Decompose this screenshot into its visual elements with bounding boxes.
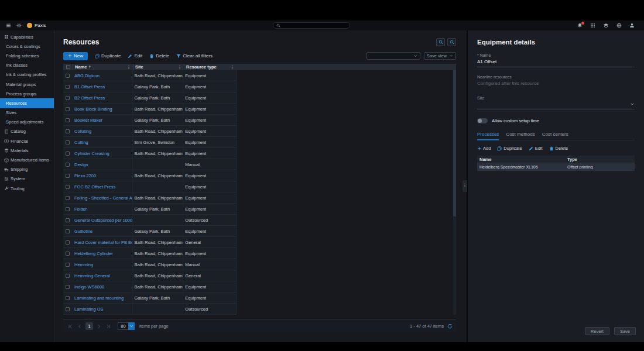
sidebar-item-shipping[interactable]: Shipping [0, 165, 54, 174]
table-row[interactable]: Cylinder CreasingBath Road, ChippenhamEq… [63, 148, 237, 159]
menu-button[interactable] [6, 23, 11, 28]
row-checkbox[interactable] [66, 285, 70, 289]
sidebar-item-system[interactable]: System [0, 174, 54, 184]
table-row[interactable]: Hemming GeneralBath Road, ChippenhamGene… [63, 270, 237, 281]
resource-name-link[interactable]: Heidelberg Cylinder [74, 251, 113, 256]
resource-name-link[interactable]: Laminating and mounting [74, 295, 124, 301]
sidebar-item-folding-schemes[interactable]: Folding schemes [0, 51, 54, 60]
search-toggle-button[interactable] [436, 38, 445, 46]
allow-custom-setup-toggle[interactable]: Allow custom setup time [477, 118, 635, 123]
page-size-chevron[interactable] [128, 322, 135, 330]
resource-name-link[interactable]: Book Block Binding [74, 106, 112, 112]
column-header-name[interactable]: Name [477, 157, 565, 162]
table-row[interactable]: General Outsourced per 1000Outsourced [63, 215, 237, 226]
column-menu-icon[interactable] [126, 65, 131, 70]
sidebar-item-resources[interactable]: Resources [0, 98, 54, 108]
name-field[interactable]: A1 Offset [477, 59, 635, 67]
resource-name-link[interactable]: ABG Digicon [74, 73, 100, 78]
resource-name-link[interactable]: Hemming General [74, 273, 110, 278]
row-checkbox[interactable] [66, 240, 70, 245]
settings-button[interactable] [16, 23, 22, 28]
sidebar-item-capabilities[interactable]: Capabilities [0, 32, 54, 42]
table-row[interactable]: CollatingBath Road, ChippenhamEquipment [63, 126, 237, 137]
edit-button[interactable]: Edit [529, 146, 543, 151]
table-row[interactable]: B2 Offset PressGalaxy Park, BathEquipmen… [63, 92, 237, 104]
column-header-site[interactable]: Site [133, 64, 184, 70]
advanced-search-button[interactable] [447, 38, 456, 46]
table-row[interactable]: Booklet MakerGalaxy Park, BathEquipment [63, 115, 237, 126]
sidebar-item-process-groups[interactable]: Process groups [0, 89, 54, 98]
next-page-button[interactable] [95, 323, 102, 330]
first-page-button[interactable] [67, 323, 74, 330]
resource-name-link[interactable]: Cylinder Creasing [74, 151, 109, 156]
view-select[interactable] [366, 52, 420, 60]
resource-name-link[interactable]: Booklet Maker [74, 118, 102, 123]
resource-name-link[interactable]: B1 Offset Press [74, 84, 105, 90]
table-row[interactable]: Hard Cover material for PB BooksBath Roa… [63, 237, 237, 248]
column-header-resource-type[interactable]: Resource type [184, 64, 237, 70]
toggle-switch[interactable] [477, 118, 488, 123]
brand[interactable]: Paxis [27, 23, 46, 28]
row-checkbox[interactable] [66, 196, 70, 200]
process-row[interactable]: Heidelberg Speedmaster XL106Offset print… [477, 163, 635, 171]
account-button[interactable] [629, 23, 635, 28]
row-checkbox[interactable] [66, 207, 70, 211]
table-row[interactable]: FOC B2 Offset PressEquipment [63, 181, 237, 192]
resource-name-link[interactable]: Collating [74, 129, 91, 134]
table-row[interactable]: B1 Offset PressGalaxy Park, BathEquipmen… [63, 81, 237, 92]
row-checkbox[interactable] [66, 85, 70, 89]
sidebar-item-tooling[interactable]: Tooling [0, 184, 54, 193]
row-checkbox[interactable] [66, 296, 70, 300]
column-header-type[interactable]: Type [565, 157, 635, 162]
resource-name-link[interactable]: B2 Offset Press [74, 95, 105, 101]
learning-button[interactable] [603, 23, 609, 29]
select-all-checkbox[interactable] [66, 65, 70, 69]
delete-button[interactable]: Delete [549, 146, 568, 151]
table-row[interactable]: Laminating OSOutsourced [63, 304, 237, 315]
sidebar-item-materials[interactable]: Materials [0, 146, 54, 155]
column-header-name[interactable]: Name [73, 64, 133, 70]
table-row[interactable]: HemmingBath Road, ChippenhamManual [63, 259, 237, 270]
global-search-input[interactable] [283, 23, 347, 27]
tab-processes[interactable]: Processes [477, 132, 499, 140]
resource-name-link[interactable]: Laminating OS [74, 307, 104, 312]
sidebar-item-financial[interactable]: Financial [0, 136, 54, 146]
save-button[interactable]: Save [614, 327, 636, 335]
duplicate-button[interactable]: Duplicate [497, 146, 522, 151]
table-row[interactable]: Indigo WS6000Bath Road, ChippenhamEquipm… [63, 281, 237, 292]
scrollbar-thumb[interactable] [453, 70, 456, 216]
resource-name-link[interactable]: Design [74, 162, 88, 167]
edit-button[interactable]: Edit [128, 53, 142, 58]
details-collapse-handle[interactable] [463, 180, 467, 192]
sidebar-item-colors-coatings[interactable]: Colors & coatings [0, 42, 54, 51]
sidebar-item-sizes[interactable]: Sizes [0, 108, 54, 118]
last-page-button[interactable] [105, 323, 112, 330]
row-checkbox[interactable] [66, 74, 70, 78]
row-checkbox[interactable] [66, 229, 70, 233]
table-row[interactable]: Foiling - Sheetfed - General AreaBath Ro… [63, 192, 237, 204]
sidebar-item-ink-coating-profiles[interactable]: Ink & coating profiles [0, 70, 54, 80]
help-button[interactable] [616, 23, 622, 28]
table-row[interactable]: CuttingElm Grove, SwindonEquipment [63, 137, 237, 148]
column-menu-icon[interactable] [177, 65, 182, 70]
row-checkbox[interactable] [66, 218, 70, 222]
table-row[interactable]: Laminating and mountingGalaxy Park, Bath… [63, 292, 237, 304]
site-select[interactable] [477, 102, 635, 109]
row-checkbox[interactable] [66, 152, 70, 156]
resource-name-link[interactable]: Flexo 2200 [74, 173, 96, 178]
table-row[interactable]: GuillotineGalaxy Park, BathEquipment [63, 226, 237, 237]
new-button[interactable]: New [63, 52, 88, 60]
resource-name-link[interactable]: Guillotine [74, 229, 93, 234]
row-checkbox[interactable] [66, 263, 70, 267]
table-row[interactable]: FolderGalaxy Park, BathEquipment [63, 204, 237, 215]
apps-button[interactable] [590, 23, 595, 28]
delete-button[interactable]: Delete [149, 53, 169, 58]
notifications-button[interactable] [577, 23, 583, 28]
resource-name-link[interactable]: Folder [74, 207, 87, 212]
row-checkbox[interactable] [66, 307, 70, 311]
resource-name-link[interactable]: Cutting [74, 140, 88, 145]
page-size-select[interactable]: 80 [118, 322, 135, 330]
row-checkbox[interactable] [66, 140, 70, 144]
resource-name-link[interactable]: General Outsourced per 1000 [74, 218, 132, 223]
row-checkbox[interactable] [66, 174, 70, 178]
